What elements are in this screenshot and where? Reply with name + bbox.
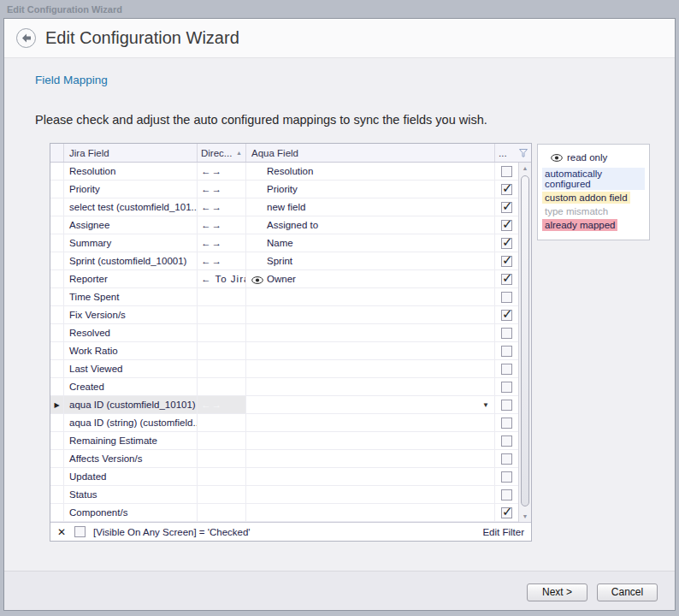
- direction-cell[interactable]: [198, 450, 246, 467]
- grid-row[interactable]: Status: [50, 486, 518, 504]
- jira-field-cell[interactable]: Sprint (customfield_10001): [64, 252, 198, 270]
- jira-field-cell[interactable]: Updated: [64, 468, 198, 485]
- direction-cell[interactable]: [198, 504, 246, 521]
- jira-field-cell[interactable]: Resolution: [64, 163, 198, 180]
- sync-checkbox[interactable]: [501, 400, 512, 411]
- sync-checkbox[interactable]: [501, 418, 512, 429]
- direction-cell[interactable]: [198, 414, 246, 431]
- grid-header-checked[interactable]: ...: [495, 144, 531, 162]
- grid-row[interactable]: Resolution←→Resolution: [50, 163, 518, 181]
- jira-field-cell[interactable]: select test (customfield_101...: [64, 198, 198, 216]
- jira-field-cell[interactable]: Work Ratio: [64, 342, 198, 359]
- aqua-field-cell[interactable]: Sprint: [246, 252, 495, 270]
- aqua-field-cell[interactable]: [246, 306, 495, 323]
- scrollbar-thumb[interactable]: [521, 175, 529, 506]
- grid-row[interactable]: Remaining Estimate: [50, 432, 518, 450]
- jira-field-cell[interactable]: Last Viewed: [64, 360, 198, 377]
- sync-checkbox[interactable]: [501, 346, 512, 357]
- cancel-button[interactable]: Cancel: [597, 583, 658, 601]
- vertical-scrollbar[interactable]: ▲ ▼: [518, 163, 531, 522]
- grid-row[interactable]: select test (customfield_101...←→new fie…: [50, 198, 518, 216]
- aqua-field-cell[interactable]: [246, 342, 495, 359]
- sync-checkbox[interactable]: [501, 256, 512, 267]
- sync-checkbox[interactable]: [501, 202, 512, 213]
- aqua-field-cell[interactable]: [246, 486, 495, 503]
- direction-cell[interactable]: ←→: [198, 216, 246, 234]
- grid-row[interactable]: Affects Version/s: [50, 450, 518, 468]
- sync-checkbox[interactable]: [501, 507, 512, 518]
- sync-checkbox[interactable]: [501, 220, 512, 231]
- grid-row[interactable]: Component/s: [50, 504, 518, 522]
- jira-field-cell[interactable]: aqua ID (string) (customfield...: [64, 414, 198, 431]
- sync-checkbox[interactable]: [501, 292, 512, 303]
- jira-field-cell[interactable]: Status: [64, 486, 198, 503]
- jira-field-cell[interactable]: Created: [64, 378, 198, 395]
- direction-cell[interactable]: [198, 486, 246, 503]
- jira-field-cell[interactable]: Remaining Estimate: [64, 432, 198, 449]
- sync-checkbox[interactable]: [501, 328, 512, 339]
- direction-cell[interactable]: ←→: [198, 163, 246, 180]
- sync-checkbox[interactable]: [501, 382, 512, 393]
- filter-close-icon[interactable]: ✕: [57, 526, 66, 538]
- sync-checkbox[interactable]: [501, 364, 512, 375]
- filter-checkbox[interactable]: [74, 526, 86, 537]
- aqua-field-cell[interactable]: Resolution: [246, 163, 495, 180]
- aqua-field-cell[interactable]: Name: [246, 234, 495, 252]
- aqua-field-cell[interactable]: Priority: [246, 181, 495, 198]
- sync-checkbox[interactable]: [501, 238, 512, 249]
- aqua-field-cell[interactable]: [246, 504, 495, 521]
- jira-field-cell[interactable]: Fix Version/s: [64, 306, 198, 323]
- grid-row[interactable]: Reporter← To JiraOwner: [50, 270, 518, 288]
- grid-row[interactable]: Time Spent: [50, 288, 518, 306]
- aqua-field-cell[interactable]: [246, 324, 495, 341]
- aqua-field-cell[interactable]: new field: [246, 198, 495, 216]
- grid-row[interactable]: Last Viewed: [50, 360, 518, 378]
- aqua-field-cell[interactable]: Assigned to: [246, 216, 495, 234]
- direction-cell[interactable]: ←→: [198, 198, 246, 216]
- sync-checkbox[interactable]: [501, 274, 512, 285]
- jira-field-cell[interactable]: Component/s: [64, 504, 198, 521]
- grid-row[interactable]: Created: [50, 378, 518, 396]
- aqua-field-cell[interactable]: [246, 360, 495, 377]
- direction-cell[interactable]: [198, 324, 246, 341]
- grid-header-direction[interactable]: Direc... ▲: [198, 144, 246, 162]
- edit-filter-link[interactable]: Edit Filter: [482, 527, 524, 537]
- aqua-field-cell[interactable]: [246, 378, 495, 395]
- funnel-icon[interactable]: [519, 149, 528, 157]
- jira-field-cell[interactable]: Assignee: [64, 216, 198, 234]
- window-titlebar[interactable]: Edit Configuration Wizard: [0, 0, 679, 18]
- grid-row[interactable]: Assignee←→Assigned to: [50, 216, 518, 234]
- sync-checkbox[interactable]: [501, 184, 512, 195]
- sync-checkbox[interactable]: [501, 310, 512, 321]
- direction-cell[interactable]: ←→: [198, 396, 246, 413]
- grid-row[interactable]: Work Ratio: [50, 342, 518, 360]
- grid-header-aqua-field[interactable]: Aqua Field: [246, 144, 495, 162]
- aqua-field-combobox[interactable]: ▼: [246, 396, 495, 413]
- grid-row[interactable]: Fix Version/s: [50, 306, 518, 324]
- direction-cell[interactable]: [198, 378, 246, 395]
- direction-cell[interactable]: [198, 342, 246, 359]
- aqua-field-cell[interactable]: [246, 450, 495, 467]
- direction-cell[interactable]: [198, 306, 246, 323]
- jira-field-cell[interactable]: Reporter: [64, 270, 198, 287]
- grid-row[interactable]: Priority←→Priority: [50, 181, 518, 198]
- jira-field-cell[interactable]: aqua ID (customfield_10101): [64, 396, 198, 413]
- jira-field-cell[interactable]: Resolved: [64, 324, 198, 341]
- scroll-up-icon[interactable]: ▲: [519, 165, 531, 171]
- aqua-field-cell[interactable]: [246, 468, 495, 485]
- direction-cell[interactable]: [198, 360, 246, 377]
- scroll-down-icon[interactable]: ▼: [519, 513, 531, 519]
- aqua-field-cell[interactable]: [246, 432, 495, 449]
- jira-field-cell[interactable]: Summary: [64, 234, 198, 252]
- next-button[interactable]: Next >: [527, 583, 587, 601]
- grid-row[interactable]: ▶aqua ID (customfield_10101)←→▼: [50, 396, 518, 414]
- sync-checkbox[interactable]: [501, 435, 512, 447]
- sync-checkbox[interactable]: [501, 489, 512, 500]
- direction-cell[interactable]: ←→: [198, 181, 246, 198]
- grid-header-jira-field[interactable]: Jira Field: [64, 144, 198, 162]
- jira-field-cell[interactable]: Affects Version/s: [64, 450, 198, 467]
- jira-field-cell[interactable]: Priority: [64, 181, 198, 198]
- sync-checkbox[interactable]: [501, 166, 512, 177]
- aqua-field-cell[interactable]: Owner: [246, 270, 495, 287]
- direction-cell[interactable]: [198, 432, 246, 449]
